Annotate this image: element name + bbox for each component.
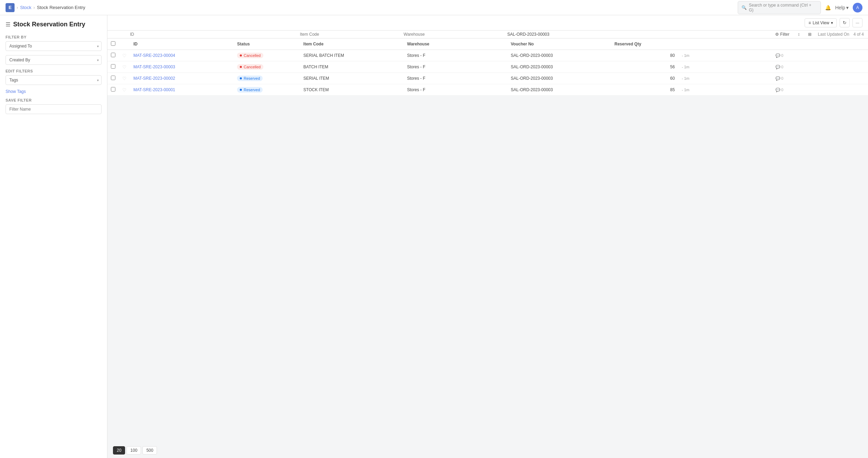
assigned-to-select-wrap: Assigned To ▾: [6, 41, 102, 51]
row-voucher-cell: SAL-ORD-2023-00003: [507, 73, 611, 84]
row-checkbox[interactable]: [111, 64, 115, 69]
warehouse-header[interactable]: Warehouse: [404, 38, 507, 50]
page-title-text: Stock Reservation Entry: [13, 21, 85, 28]
page-size-20[interactable]: 20: [113, 446, 125, 455]
row-id-cell: MAT-SRE-2023-00002: [130, 73, 234, 84]
main-content: ≡ List View ▾ ↻ ···: [107, 15, 868, 458]
table-container: ⚙ Filter ↕ ⊞ Last Updated On: [107, 31, 868, 443]
column-header-row: ID Status Item Code Warehouse Voucher No…: [107, 38, 868, 50]
row-checkbox[interactable]: [111, 87, 115, 92]
status-badge: Reserved: [237, 76, 263, 81]
filter-warehouse-input[interactable]: [404, 32, 507, 37]
favorite-icon[interactable]: ♡: [122, 76, 126, 81]
row-status-cell: Cancelled: [234, 61, 300, 73]
favorite-icon[interactable]: ♡: [122, 87, 126, 93]
row-id-link[interactable]: MAT-SRE-2023-00004: [133, 53, 175, 58]
comment-icon: 💬: [775, 88, 780, 92]
search-icon: 🔍: [742, 5, 747, 10]
select-all-checkbox[interactable]: [111, 41, 115, 46]
pagination: 20 100 500: [107, 443, 868, 458]
filter-checkbox-col: [107, 31, 119, 38]
list-view-chevron-icon: ▾: [831, 20, 833, 25]
page-size-500[interactable]: 500: [142, 446, 157, 455]
row-id-link[interactable]: MAT-SRE-2023-00002: [133, 76, 175, 81]
layout: ☰ Stock Reservation Entry Filter By Assi…: [0, 15, 868, 458]
comment-icon: 💬: [775, 53, 780, 58]
list-view-icon: ≡: [808, 20, 811, 25]
breadcrumb-current: Stock Reservation Entry: [37, 5, 85, 10]
favorite-icon[interactable]: ♡: [122, 53, 126, 58]
row-item-code-cell: STOCK ITEM: [300, 84, 404, 96]
row-id-link[interactable]: MAT-SRE-2023-00001: [133, 87, 175, 92]
table-body: ♡ MAT-SRE-2023-00004 Cancelled SERIAL BA…: [107, 50, 868, 96]
more-options-button[interactable]: ···: [852, 18, 862, 27]
record-count: 4 of 4: [853, 32, 864, 37]
voucher-no-header[interactable]: Voucher No: [507, 38, 611, 50]
row-id-cell: MAT-SRE-2023-00004: [130, 50, 234, 61]
id-header[interactable]: ID: [130, 38, 234, 50]
filter-id-input[interactable]: [130, 32, 234, 37]
table-row: ♡ MAT-SRE-2023-00002 Reserved SERIAL ITE…: [107, 73, 868, 84]
created-by-select-wrap: Created By ▾: [6, 55, 102, 65]
filter-item-code-input[interactable]: [300, 32, 404, 37]
breadcrumb-stock[interactable]: Stock: [20, 5, 32, 10]
main-header: ≡ List View ▾ ↻ ···: [107, 15, 868, 31]
assigned-to-select[interactable]: Assigned To: [6, 41, 102, 51]
row-comments-cell: 💬 0: [772, 73, 868, 84]
item-code-header[interactable]: Item Code: [300, 38, 404, 50]
row-time-cell: - 1m: [678, 73, 772, 84]
filter-by-label: Filter By: [6, 35, 102, 39]
search-placeholder: Search or type a command (Ctrl + G): [749, 3, 817, 12]
favorite-icon[interactable]: ♡: [122, 64, 126, 70]
row-item-code-cell: SERIAL BATCH ITEM: [300, 50, 404, 61]
row-id-cell: MAT-SRE-2023-00003: [130, 61, 234, 73]
global-search[interactable]: 🔍 Search or type a command (Ctrl + G): [738, 1, 821, 14]
status-badge: Cancelled: [237, 53, 263, 58]
row-qty-cell: 85: [611, 84, 678, 96]
filter-button[interactable]: ⚙ Filter: [773, 31, 792, 38]
page-size-100[interactable]: 100: [126, 446, 141, 455]
row-status-cell: Cancelled: [234, 50, 300, 61]
select-all-col: [107, 38, 119, 50]
status-dot-icon: [240, 66, 242, 68]
comments-header: [772, 38, 868, 50]
columns-button[interactable]: ⊞: [806, 31, 814, 38]
help-button[interactable]: Help ▾: [835, 5, 849, 10]
row-qty-cell: 80: [611, 50, 678, 61]
table-row: ♡ MAT-SRE-2023-00001 Reserved STOCK ITEM…: [107, 84, 868, 96]
tags-select[interactable]: Tags: [6, 75, 102, 85]
notification-bell-icon[interactable]: 🔔: [825, 5, 831, 10]
topbar-right: 🔍 Search or type a command (Ctrl + G) 🔔 …: [738, 1, 862, 14]
created-by-select[interactable]: Created By: [6, 55, 102, 65]
reserved-qty-header[interactable]: Reserved Qty: [611, 38, 678, 50]
columns-icon: ⊞: [808, 32, 812, 37]
filter-voucher-input[interactable]: [507, 32, 611, 37]
row-checkbox-cell: [107, 84, 119, 96]
hamburger-icon[interactable]: ☰: [6, 21, 10, 28]
filter-qty-cell: [611, 31, 678, 38]
refresh-button[interactable]: ↻: [840, 18, 850, 27]
status-dot-icon: [240, 54, 242, 57]
row-checkbox[interactable]: [111, 53, 115, 57]
row-checkbox-cell: [107, 50, 119, 61]
row-checkbox[interactable]: [111, 76, 115, 80]
row-status-cell: Reserved: [234, 84, 300, 96]
filter-id-cell: [130, 31, 234, 38]
filter-name-input[interactable]: [6, 104, 102, 114]
row-warehouse-cell: Stores - F: [404, 84, 507, 96]
status-badge: Reserved: [237, 87, 263, 93]
row-warehouse-cell: Stores - F: [404, 50, 507, 61]
row-id-link[interactable]: MAT-SRE-2023-00003: [133, 64, 175, 69]
sort-button[interactable]: ↕: [796, 31, 802, 38]
list-view-button[interactable]: ≡ List View ▾: [805, 18, 837, 27]
topbar-left: E › Stock › Stock Reservation Entry: [6, 3, 85, 12]
avatar-button[interactable]: A: [853, 3, 862, 12]
row-warehouse-cell: Stores - F: [404, 61, 507, 73]
row-qty-cell: 60: [611, 73, 678, 84]
filter-status-cell: [234, 31, 300, 38]
row-comments-cell: 💬 0: [772, 61, 868, 73]
help-label: Help: [835, 5, 845, 10]
status-header[interactable]: Status: [234, 38, 300, 50]
row-voucher-cell: SAL-ORD-2023-00003: [507, 84, 611, 96]
show-tags-link[interactable]: Show Tags: [6, 89, 102, 94]
